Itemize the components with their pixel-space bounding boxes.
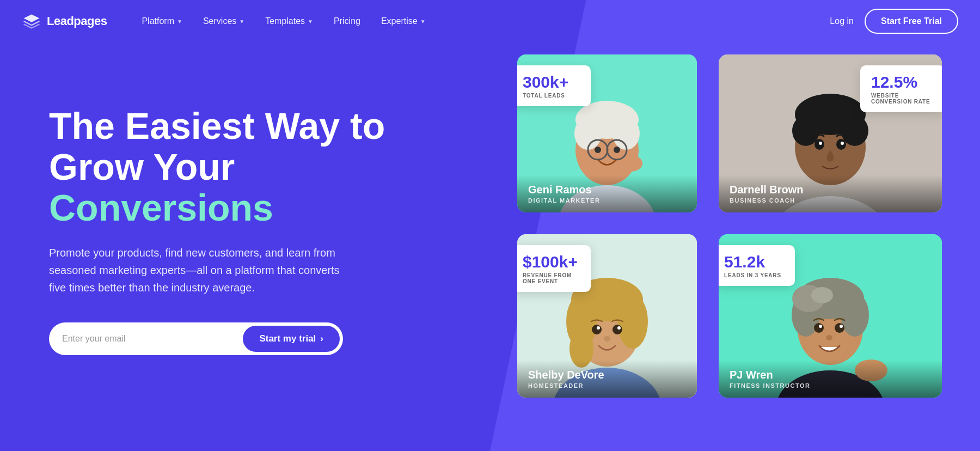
navbar: Leadpages Platform ▼ Services ▼ Template… <box>0 0 980 42</box>
stat-badge-revenue: $100k+ Revenue FromOne Event <box>517 245 591 292</box>
card-label-shelby: Shelby DeVore Homesteader <box>517 360 697 398</box>
chevron-down-icon: ▼ <box>308 19 313 25</box>
person-title-pj: Fitness Instructor <box>730 382 931 389</box>
svg-point-47 <box>841 293 869 337</box>
person-title-geni: Digital Marketer <box>528 197 686 204</box>
stat-label-leads-years: Leads in 3 Years <box>724 272 784 278</box>
nav-services[interactable]: Services ▼ <box>195 12 252 31</box>
svg-point-13 <box>614 147 620 153</box>
svg-point-39 <box>604 336 610 342</box>
stat-badge-conversion: 12.5% WebsiteConversion Rate <box>860 65 942 112</box>
person-name-pj: PJ Wren <box>730 369 931 381</box>
chevron-down-icon: ▼ <box>420 19 426 25</box>
svg-point-50 <box>814 323 824 333</box>
svg-point-54 <box>826 335 832 340</box>
hero-section: Leadpages Platform ▼ Services ▼ Template… <box>0 0 980 451</box>
svg-point-37 <box>597 326 600 330</box>
login-button[interactable]: Log in <box>830 16 854 26</box>
card-pj-wren: 51.2k Leads in 3 Years PJ Wren Fitness I… <box>719 234 942 398</box>
hero-title: The Easiest Way to Grow Your Conversions <box>49 106 441 228</box>
svg-point-25 <box>841 142 844 145</box>
card-label-pj: PJ Wren Fitness Instructor <box>719 360 942 398</box>
card-label-darnell: Darnell Brown Business Coach <box>719 175 942 212</box>
stat-badge-leads-years: 51.2k Leads in 3 Years <box>719 245 795 286</box>
card-shelby-devore: $100k+ Revenue FromOne Event Shelby DeVo… <box>517 234 697 398</box>
hero-email-form: Start my trial › <box>49 322 343 355</box>
chevron-down-icon: ▼ <box>239 19 244 25</box>
start-free-trial-button[interactable]: Start Free Trial <box>865 9 958 34</box>
svg-point-49 <box>811 287 833 303</box>
card-darnell-brown: 12.5% WebsiteConversion Rate Darnell Bro… <box>719 54 942 212</box>
start-trial-button[interactable]: Start my trial › <box>243 326 340 352</box>
hero-cards: 300k+ Total Leads Geni Ramos Digital Mar… <box>517 54 942 398</box>
svg-point-7 <box>574 117 602 150</box>
logo-text: Leadpages <box>47 14 107 28</box>
stat-number-revenue: $100k+ <box>523 253 580 271</box>
card-label-geni: Geni Ramos Digital Marketer <box>517 175 697 212</box>
svg-point-53 <box>840 325 843 328</box>
person-title-darnell: Business Coach <box>730 197 931 204</box>
person-name-shelby: Shelby DeVore <box>528 369 686 381</box>
stat-number-leads-years: 51.2k <box>724 253 784 271</box>
person-name-geni: Geni Ramos <box>528 184 686 196</box>
svg-point-12 <box>595 147 601 153</box>
stat-badge-leads: 300k+ Total Leads <box>517 65 591 106</box>
email-input[interactable] <box>62 334 237 344</box>
nav-platform[interactable]: Platform ▼ <box>134 12 189 31</box>
svg-point-36 <box>612 325 622 334</box>
svg-point-24 <box>819 142 822 145</box>
stat-number-leads: 300k+ <box>523 73 580 92</box>
nav-right: Log in Start Free Trial <box>830 9 958 34</box>
hero-content: The Easiest Way to Grow Your Conversions… <box>49 106 441 355</box>
nav-pricing[interactable]: Pricing <box>326 12 368 31</box>
person-title-shelby: Homesteader <box>528 382 686 389</box>
nav-templates[interactable]: Templates ▼ <box>258 12 321 31</box>
stat-label-leads: Total Leads <box>523 93 580 99</box>
svg-point-35 <box>592 325 602 334</box>
logo-icon <box>22 11 41 31</box>
nav-links: Platform ▼ Services ▼ Templates ▼ Pricin… <box>134 12 830 31</box>
svg-point-52 <box>819 325 822 328</box>
stat-number-conversion: 12.5% <box>871 73 934 92</box>
stat-label-conversion: WebsiteConversion Rate <box>871 93 934 105</box>
svg-point-51 <box>835 323 844 333</box>
arrow-right-icon: › <box>320 333 323 344</box>
person-name-darnell: Darnell Brown <box>730 184 931 196</box>
hero-subtitle: Promote your products, find new customer… <box>49 244 359 296</box>
svg-point-38 <box>617 326 621 330</box>
nav-expertise[interactable]: Expertise ▼ <box>373 12 433 31</box>
stat-label-revenue: Revenue FromOne Event <box>523 272 580 284</box>
logo[interactable]: Leadpages <box>22 11 107 31</box>
chevron-down-icon: ▼ <box>177 19 182 25</box>
svg-point-14 <box>621 155 642 172</box>
card-geni-ramos: 300k+ Total Leads Geni Ramos Digital Mar… <box>517 54 697 212</box>
